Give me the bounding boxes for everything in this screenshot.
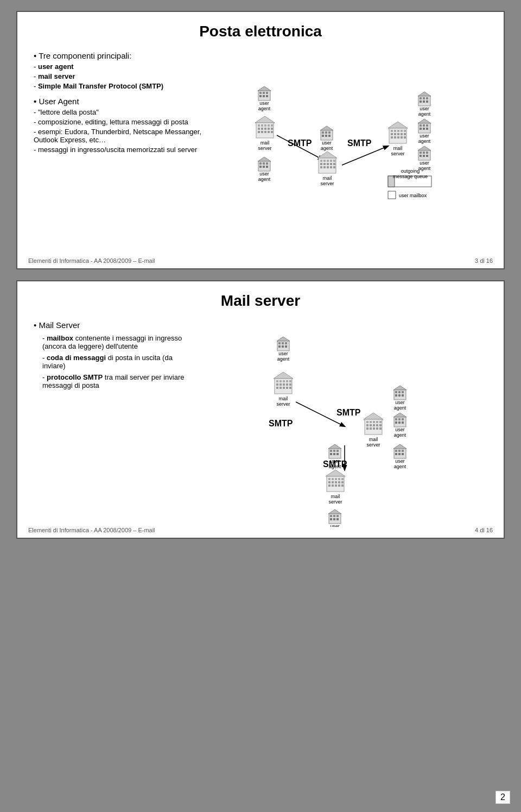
svg-rect-143 <box>289 380 291 382</box>
svg-marker-60 <box>320 126 333 130</box>
svg-marker-41 <box>317 152 337 158</box>
svg-rect-117 <box>423 155 425 157</box>
svg-rect-163 <box>373 421 375 423</box>
svg-rect-47 <box>333 160 335 162</box>
svg-text:user: user <box>330 458 340 464</box>
svg-rect-8 <box>261 128 263 130</box>
svg-rect-181 <box>398 391 401 393</box>
svg-rect-164 <box>376 421 378 423</box>
svg-rect-79 <box>391 133 393 135</box>
svg-rect-31 <box>259 162 262 165</box>
slide1-title: Posta elettronica <box>34 23 487 40</box>
svg-rect-44 <box>323 160 326 162</box>
svg-rect-125 <box>388 191 396 199</box>
svg-marker-239 <box>393 444 406 449</box>
svg-rect-133 <box>282 345 284 348</box>
svg-rect-129 <box>278 342 281 344</box>
svg-rect-118 <box>426 155 428 157</box>
svg-rect-113 <box>420 152 422 154</box>
bullet-tre-componenti: Tre componenti principali: <box>34 51 207 60</box>
svg-text:server: server <box>276 401 290 407</box>
svg-rect-167 <box>370 424 372 426</box>
svg-text:server: server <box>258 146 271 151</box>
sub-coda: coda di messaggi di posta in uscita (da … <box>42 354 196 370</box>
svg-rect-182 <box>402 391 404 393</box>
svg-rect-62 <box>322 131 324 134</box>
svg-rect-243 <box>402 450 404 452</box>
svg-text:user: user <box>322 140 332 146</box>
svg-rect-35 <box>263 166 265 168</box>
svg-rect-64 <box>328 131 331 134</box>
svg-marker-127 <box>277 337 290 341</box>
svg-text:mail: mail <box>393 146 403 151</box>
svg-rect-215 <box>338 484 340 487</box>
svg-rect-3 <box>261 124 263 127</box>
sub-mailbox: mailbox contenente i messaggi in ingress… <box>42 334 196 350</box>
svg-rect-235 <box>333 518 335 520</box>
svg-rect-212 <box>328 484 331 487</box>
svg-text:agent: agent <box>329 464 341 469</box>
svg-rect-4 <box>264 124 266 127</box>
svg-rect-86 <box>397 136 399 139</box>
svg-rect-116 <box>420 155 422 157</box>
svg-rect-147 <box>286 383 288 386</box>
svg-rect-2 <box>258 124 260 127</box>
svg-text:mail: mail <box>331 494 340 499</box>
svg-rect-144 <box>276 383 278 386</box>
svg-rect-65 <box>322 135 324 137</box>
svg-rect-153 <box>289 387 291 389</box>
svg-rect-10 <box>268 128 270 130</box>
svg-rect-82 <box>401 133 403 135</box>
svg-rect-204 <box>335 478 337 480</box>
sub-composizione: composizione, editing, lettura messaggi … <box>34 118 207 126</box>
svg-rect-151 <box>283 387 285 389</box>
svg-rect-49 <box>323 163 326 165</box>
svg-rect-21 <box>259 92 262 94</box>
svg-rect-45 <box>327 160 329 162</box>
svg-rect-226 <box>336 453 339 455</box>
svg-rect-67 <box>328 135 331 137</box>
sub-user-agent: user agent <box>34 62 207 71</box>
svg-rect-9 <box>264 128 266 130</box>
svg-rect-52 <box>333 163 335 165</box>
svg-rect-184 <box>398 394 401 396</box>
svg-rect-50 <box>327 163 329 165</box>
svg-rect-150 <box>279 387 282 389</box>
svg-marker-111 <box>418 146 431 150</box>
svg-text:SMTP: SMTP <box>269 419 293 428</box>
svg-rect-43 <box>320 160 322 162</box>
svg-rect-223 <box>336 450 339 452</box>
svg-rect-51 <box>330 163 332 165</box>
svg-rect-75 <box>394 130 396 132</box>
svg-text:server: server <box>391 151 404 156</box>
svg-marker-159 <box>364 413 383 419</box>
slide-2: Mail server • Mail Server mailbox conten… <box>16 280 505 539</box>
svg-rect-171 <box>366 427 368 430</box>
svg-marker-72 <box>388 122 408 128</box>
slide2-text: • Mail Server mailbox contenente i messa… <box>34 320 196 527</box>
svg-rect-134 <box>285 345 287 348</box>
svg-rect-142 <box>286 380 288 382</box>
svg-rect-242 <box>398 450 401 452</box>
svg-rect-233 <box>336 515 339 517</box>
svg-rect-131 <box>285 342 287 344</box>
svg-text:SMTP: SMTP <box>347 139 372 148</box>
svg-rect-139 <box>276 380 278 382</box>
svg-rect-34 <box>259 166 262 168</box>
svg-rect-208 <box>332 481 334 483</box>
svg-rect-203 <box>332 478 334 480</box>
svg-rect-105 <box>426 124 428 127</box>
svg-rect-192 <box>402 418 404 420</box>
svg-rect-206 <box>341 478 344 480</box>
svg-text:server: server <box>366 442 380 448</box>
svg-rect-106 <box>420 128 422 130</box>
svg-marker-101 <box>418 119 431 123</box>
svg-text:agent: agent <box>418 166 431 171</box>
svg-text:agent: agent <box>394 405 406 411</box>
svg-rect-193 <box>395 421 397 424</box>
svg-rect-174 <box>376 427 378 430</box>
slide1-footer-right: 3 di 16 <box>475 257 493 264</box>
svg-rect-103 <box>420 124 422 127</box>
svg-text:agent: agent <box>394 464 406 469</box>
svg-rect-185 <box>402 394 404 396</box>
